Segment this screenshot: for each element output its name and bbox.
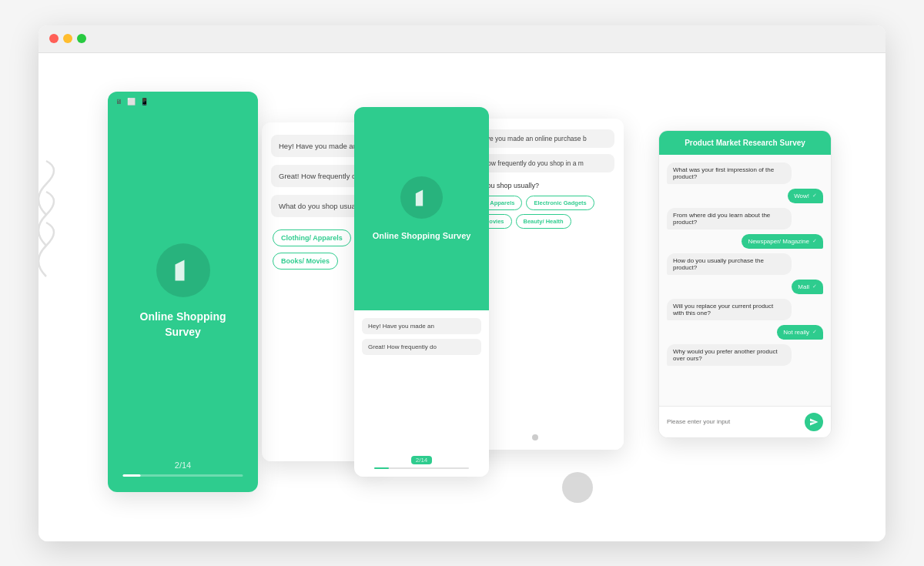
tablet-icon: ⬜ (127, 98, 136, 105)
chat-msg-q2: From where did you learn about the produ… (667, 208, 792, 229)
progress-bar (123, 474, 243, 477)
chat-msg-a1: Wow! ✓ (788, 189, 823, 203)
front-survey-title: Online Shopping Survey (362, 231, 482, 240)
maximize-button[interactable] (77, 34, 86, 43)
tablet-chip-4[interactable]: Beauty/ Health (516, 214, 571, 229)
msg-text: Wow! (794, 193, 809, 199)
chat-msg-q5: Why would you prefer another product ove… (667, 344, 792, 366)
chat-msg-q4: Will you replace your current product wi… (667, 299, 792, 320)
survey-title: Online Shopping Survey (108, 310, 258, 340)
front-mobile-card: Online Shopping Survey Hey! Have you mad… (354, 107, 489, 477)
front-building-icon (411, 187, 433, 209)
front-progress: 2/14 (411, 456, 433, 464)
chat-content: Product Market Research Survey What was … (659, 131, 831, 437)
chat-msg-a3: Mall ✓ (792, 280, 823, 294)
chat-title: Product Market Research Survey (670, 139, 820, 147)
check-icon-3: ✓ (812, 283, 817, 290)
chat-msg-q3: How do you usually purchase the product? (667, 253, 792, 275)
chat-input-field[interactable] (667, 418, 798, 425)
browser-content: 🖥 ⬜ 📱 Online Shopping Survey 2/14 (38, 53, 886, 541)
chip-books[interactable]: Books/ Movies (273, 253, 338, 270)
chat-msg-a4: Not really ✓ (777, 325, 823, 340)
front-q1: Hey! Have you made an (362, 318, 481, 334)
check-icon-2: ✓ (812, 238, 817, 244)
traffic-lights (49, 34, 86, 43)
survey-progress: 2/14 (108, 461, 258, 477)
scroll-dot (532, 434, 538, 440)
check-icon-4: ✓ (812, 329, 817, 335)
chat-msg-q1: What was your first impression of the pr… (667, 162, 792, 184)
chat-header: Product Market Research Survey (659, 131, 831, 155)
mobile-icon: 📱 (140, 98, 149, 105)
building-icon (169, 256, 197, 284)
send-icon (809, 417, 819, 427)
front-q2: Great! How frequently do (362, 339, 481, 355)
browser-window: 🖥 ⬜ 📱 Online Shopping Survey 2/14 (38, 25, 886, 541)
scroll-indicator[interactable] (562, 472, 593, 503)
check-icon-1: ✓ (812, 193, 817, 199)
chat-send-button[interactable] (805, 413, 823, 431)
chat-card: Product Market Research Survey What was … (658, 130, 832, 438)
close-button[interactable] (49, 34, 59, 43)
progress-bar-fill (123, 474, 141, 477)
desktop-icon: 🖥 (116, 98, 122, 105)
browser-header (38, 25, 886, 53)
progress-text: 2/14 (175, 461, 191, 470)
survey-icon-container (156, 243, 210, 297)
main-mobile-card: 🖥 ⬜ 📱 Online Shopping Survey 2/14 (108, 92, 258, 492)
msg-text-3: Mall (798, 283, 809, 290)
chat-input-area (659, 406, 831, 437)
front-icon-circle (400, 176, 443, 219)
minimize-button[interactable] (63, 34, 72, 43)
cards-container: 🖥 ⬜ 📱 Online Shopping Survey 2/14 (69, 76, 855, 518)
chat-msg-a2: Newspaper/ Magazine ✓ (742, 234, 823, 249)
chat-messages-list: What was your first impression of the pr… (659, 155, 831, 406)
chip-clothing[interactable]: Clothing/ Apparels (273, 229, 351, 246)
msg-text-4: Not really (783, 329, 809, 336)
survey-green-bg: Online Shopping Survey 2/14 (108, 92, 258, 492)
device-icons-bar: 🖥 ⬜ 📱 (116, 98, 149, 105)
msg-text-2: Newspaper/ Magazine (748, 238, 809, 245)
tablet-chip-2[interactable]: Electronic Gadgets (526, 196, 594, 210)
